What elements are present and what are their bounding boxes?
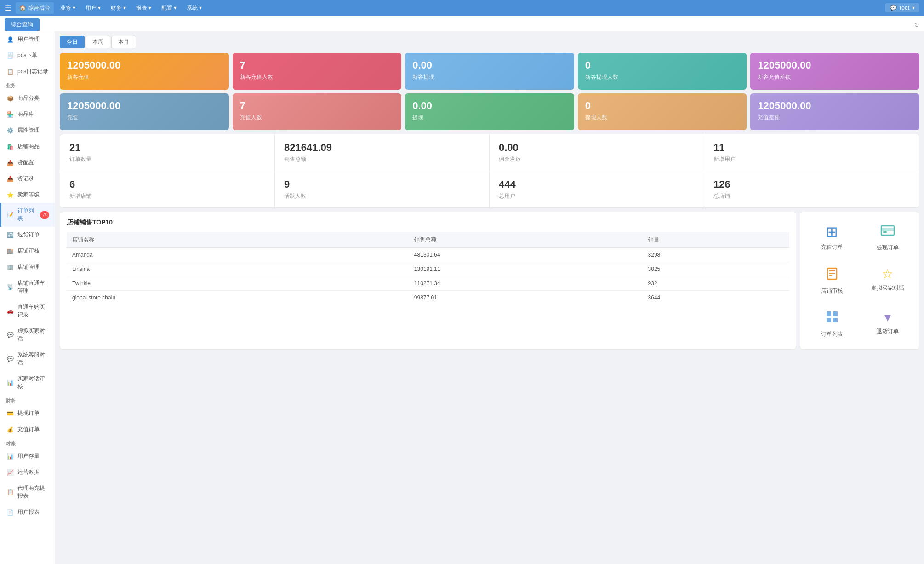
action-return-order[interactable]: ▾ 退货订单	[862, 305, 913, 343]
sidebar-item-goods-lib[interactable]: 🏪 商品库	[0, 106, 55, 122]
menu-icon[interactable]: ☰	[5, 4, 11, 12]
shop-sales-table: 店铺名称 销售总额 销量 Amanda 481301.64 3298 Linsi…	[67, 232, 789, 305]
row-name: Linsina	[67, 262, 409, 276]
action-label: 店铺审核	[821, 287, 843, 295]
row-count: 3025	[643, 262, 789, 276]
sidebar-item-agent-report[interactable]: 📋 代理商充提报表	[0, 480, 55, 504]
stat-label: 充值人数	[240, 114, 394, 121]
stat-label: 新客提现	[412, 73, 567, 81]
stat-value: 0	[585, 100, 740, 112]
action-recharge-order[interactable]: ⊞ 充值订单	[807, 219, 857, 256]
filter-today[interactable]: 今日	[60, 36, 85, 48]
virtual-buyer-action-icon: ☆	[882, 266, 893, 282]
svg-rect-10	[833, 318, 838, 322]
sidebar-item-direct-buy[interactable]: 🚗 直通车购买记录	[0, 299, 55, 323]
stat-label: 提现	[412, 114, 567, 121]
user-report-icon: 📄	[7, 509, 14, 516]
row-name: Amanda	[67, 248, 409, 262]
user-stock-icon: 📊	[7, 453, 14, 460]
sidebar-item-goods-category[interactable]: 📦 商品分类	[0, 90, 55, 106]
sidebar-item-order-list[interactable]: 📝 订单列表 70	[0, 203, 55, 227]
filter-month[interactable]: 本月	[111, 36, 136, 48]
summary-label: 新增用户	[713, 155, 910, 163]
shop-sales-title: 店铺销售TOP10	[67, 219, 789, 227]
sidebar-item-seller-level[interactable]: ⭐ 卖家等级	[0, 187, 55, 203]
sidebar-label: 属性管理	[17, 127, 40, 134]
order-badge: 70	[40, 211, 49, 219]
table-row: global store chain 99877.01 3644	[67, 291, 789, 305]
nav-item-system[interactable]: 系统 ▾	[182, 2, 206, 14]
action-shop-audit[interactable]: 店铺审核	[807, 262, 857, 299]
refresh-icon[interactable]: ↻	[914, 21, 919, 29]
summary-new-shops: 6 新增店铺	[60, 171, 275, 207]
cargo-config-icon: 📤	[7, 160, 14, 166]
row-name: global store chain	[67, 291, 409, 305]
summary-stats: 21 订单数量 821641.09 销售总额 0.00 佣金发放 11 新增用户…	[60, 134, 919, 208]
nav-items: 业务 ▾ 用户 ▾ 财务 ▾ 报表 ▾ 配置 ▾ 系统 ▾	[56, 2, 884, 14]
nav-item-business[interactable]: 业务 ▾	[56, 2, 80, 14]
summary-label: 新增店铺	[69, 192, 265, 200]
stat-recharge-diff: 1205000.00 充值差额	[750, 93, 919, 130]
sidebar-label: 商品分类	[17, 94, 40, 102]
summary-value: 444	[499, 178, 695, 190]
action-withdraw-order[interactable]: 提现订单	[862, 219, 913, 256]
system-cs-icon: 💬	[7, 356, 14, 362]
sidebar-item-withdraw[interactable]: 💳 提现订单	[0, 405, 55, 421]
table-row: Twinkle 110271.34 932	[67, 276, 789, 291]
action-order-list[interactable]: 订单列表	[807, 305, 857, 343]
sidebar-item-user-stock[interactable]: 📊 用户存量	[0, 448, 55, 464]
sidebar-label: 买家对话审核	[17, 375, 49, 391]
action-virtual-buyer[interactable]: ☆ 虚拟买家对话	[862, 262, 913, 299]
sidebar-item-user-report[interactable]: 📄 用户报表	[0, 504, 55, 520]
user-menu[interactable]: 💬 root ▾	[885, 3, 919, 12]
sidebar-item-pos-log[interactable]: 📋 pos日志记录	[0, 63, 55, 80]
sidebar-item-shop-direct[interactable]: 📡 店铺直通车管理	[0, 275, 55, 299]
sidebar-item-buyer-audit[interactable]: 📊 买家对话审核	[0, 371, 55, 395]
sidebar-item-user-mgmt[interactable]: 👤 用户管理	[0, 31, 55, 47]
row-name: Twinkle	[67, 276, 409, 291]
tab-bar: 综合查询 ↻	[0, 16, 924, 31]
row-sales: 99877.01	[409, 291, 643, 305]
sidebar-label: 货记录	[17, 175, 34, 183]
sidebar-label: 店铺直通车管理	[17, 279, 49, 295]
sidebar-label: pos日志记录	[17, 68, 48, 75]
bottom-area: 店铺销售TOP10 店铺名称 销售总额 销量 Amanda 481301.64	[60, 212, 919, 350]
sidebar-item-attr-mgmt[interactable]: ⚙️ 属性管理	[0, 122, 55, 138]
nav-item-config[interactable]: 配置 ▾	[157, 2, 181, 14]
sidebar-item-shop-audit[interactable]: 🏬 店铺审核	[0, 243, 55, 259]
tab-综合查询[interactable]: 综合查询	[5, 18, 40, 31]
sidebar-label: 运营数据	[17, 468, 40, 476]
nav-item-finance[interactable]: 财务 ▾	[106, 2, 131, 14]
sidebar-label: 系统客服对话	[17, 351, 49, 367]
brand: 🏠 综合后台	[16, 2, 54, 14]
shop-audit-icon: 🏬	[7, 248, 14, 254]
summary-value: 126	[713, 178, 910, 190]
sidebar-item-system-cs[interactable]: 💬 系统客服对话	[0, 347, 55, 371]
sidebar-item-ops-data[interactable]: 📈 运营数据	[0, 464, 55, 480]
sidebar-item-virtual-buyer[interactable]: 💬 虚拟买家对话	[0, 323, 55, 347]
sidebar-item-shop-mgmt[interactable]: 🏢 店铺管理	[0, 259, 55, 275]
stat-label: 新客提现人数	[585, 73, 740, 81]
sidebar-item-cargo-config[interactable]: 📤 货配置	[0, 155, 55, 171]
sidebar-label: 店铺审核	[17, 247, 40, 255]
summary-total-sales: 821641.09 销售总额	[275, 134, 490, 171]
sidebar-item-return-order[interactable]: ↩️ 退货订单	[0, 227, 55, 243]
recharge-order-icon: ⊞	[826, 223, 838, 241]
sidebar-item-shop-goods[interactable]: 🛍️ 店铺商品	[0, 138, 55, 155]
filter-week[interactable]: 本周	[86, 36, 110, 48]
attr-mgmt-icon: ⚙️	[7, 127, 14, 134]
sidebar-label: 用户报表	[17, 508, 40, 516]
sidebar-item-recharge[interactable]: 💰 充值订单	[0, 421, 55, 437]
sidebar: 👤 用户管理 🧾 pos下单 📋 pos日志记录 业务 📦 商品分类 🏪 商品库…	[0, 31, 55, 564]
summary-label: 销售总额	[284, 155, 480, 163]
summary-value: 9	[284, 178, 480, 190]
sidebar-item-cargo-record[interactable]: 📥 货记录	[0, 171, 55, 187]
seller-level-icon: ⭐	[7, 192, 14, 198]
stat-value: 1205000.00	[67, 59, 222, 71]
sidebar-label: 卖家等级	[17, 191, 40, 199]
nav-right: 💬 root ▾	[885, 3, 919, 12]
nav-item-user[interactable]: 用户 ▾	[81, 2, 105, 14]
shop-sales-section: 店铺销售TOP10 店铺名称 销售总额 销量 Amanda 481301.64	[60, 212, 796, 350]
sidebar-item-pos-order[interactable]: 🧾 pos下单	[0, 47, 55, 63]
nav-item-report[interactable]: 报表 ▾	[131, 2, 156, 14]
